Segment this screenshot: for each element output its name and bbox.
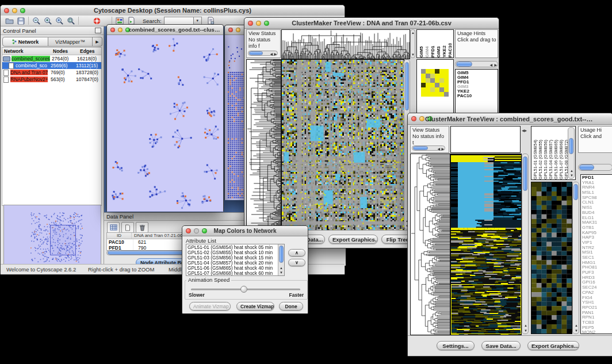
minimize-icon[interactable] [118, 28, 123, 32]
column-label[interactable]: PAC10 [447, 31, 453, 58]
row-dendrogram-canvas[interactable] [246, 59, 281, 231]
column-header[interactable]: Nodes [51, 48, 78, 54]
row-dendrogram-canvas[interactable] [410, 154, 450, 335]
network-table-row[interactable]: combined_sco2569(6)13112(15) [2, 62, 101, 69]
tab-vizmapper[interactable]: VizMapper™ [48, 37, 93, 47]
column-header[interactable]: Network [2, 48, 51, 54]
column-header[interactable]: Edges [78, 48, 101, 54]
tab-network[interactable]: Network [2, 37, 48, 47]
export-graphics-button[interactable]: Export Graphics... [527, 341, 579, 350]
zoom-heatmap-scrollbar[interactable]: ▲▼ [572, 182, 579, 334]
close-icon[interactable] [110, 28, 115, 32]
close-icon[interactable] [4, 8, 9, 13]
close-icon[interactable] [411, 116, 416, 121]
animation-speed-slider[interactable] [191, 289, 300, 290]
open-session-button[interactable] [3, 16, 15, 26]
network-view-canvas[interactable] [107, 35, 223, 212]
attribute-list-item[interactable]: GPL51-07 (GSM868) heat shock 60 min [186, 271, 284, 276]
column-labels-scrollbar[interactable]: ▲▼ [568, 127, 575, 179]
move-up-button[interactable]: ∧ [288, 249, 305, 256]
view-status-panel: View Status No status info f ◀▶ [246, 29, 281, 58]
settings-button[interactable]: Settings... [437, 341, 475, 350]
zoom-out-icon[interactable] [30, 16, 42, 26]
network-name: combined_scores [12, 56, 52, 62]
zoom-matrix[interactable] [421, 69, 449, 97]
zoom-fit-icon[interactable] [65, 16, 76, 26]
animate-vizmap-button[interactable]: Animate Vizmap [189, 302, 231, 311]
gene-label[interactable]: MON2 [581, 330, 612, 334]
row-labels-scrollbar[interactable]: ◀▶ [455, 61, 498, 67]
usage-hints-scrollbar[interactable] [578, 164, 612, 171]
network-table-row[interactable]: RNAPuberNov2+563(0)107847(0) [2, 76, 101, 83]
save-session-button[interactable] [15, 16, 26, 26]
dialog-title-bar[interactable]: Map Colors to Network [182, 226, 308, 236]
frame1-title-bar[interactable]: combined_scores_good.txt--cluste... [107, 25, 223, 35]
tab-overflow-button[interactable]: ▶ [93, 37, 102, 47]
column-label[interactable]: GIM5 [419, 31, 424, 58]
column-label[interactable]: GPL51-02 (GSM855) [538, 128, 543, 179]
network-table-row[interactable]: combined_scores2764(0)16218(0) [2, 55, 101, 62]
slider-thumb[interactable] [240, 286, 247, 293]
column-label[interactable]: GPL51-06 (GSM865) [553, 128, 559, 179]
map-colors-dialog: Map Colors to Network Attribute List GPL… [182, 225, 308, 314]
help-ring-icon[interactable] [91, 16, 102, 26]
column-labels-panel: GPL51-01 (GSM854)GPL51-02 (GSM855)GPL51-… [531, 126, 576, 180]
done-button[interactable]: Done [279, 302, 303, 311]
zoom-in-icon[interactable] [42, 16, 53, 26]
minimize-icon[interactable] [256, 21, 261, 26]
row-label[interactable]: PAC10 [457, 94, 498, 98]
close-icon[interactable] [186, 228, 191, 233]
usage-hints-title: Usage Hints [457, 30, 496, 37]
column-label[interactable]: GPL51-01 (GSM854) [533, 128, 538, 179]
view-status-scrollbar[interactable]: ◀▶ [412, 145, 445, 151]
save-data-button[interactable]: Save Data... [481, 341, 521, 350]
toolbar-separator [78, 17, 79, 25]
heatmap-canvas[interactable] [450, 154, 522, 335]
matrix-cell [426, 69, 430, 74]
column-label[interactable]: PFD1 [430, 31, 435, 58]
desktop: Cytoscape Desktop (Session Name: collins… [0, 0, 612, 364]
network-table-row[interactable]: DNA and Tran 07769(0)183728(0) [2, 69, 101, 76]
close-icon[interactable] [228, 28, 233, 32]
column-label[interactable]: GPL51-07 (GSM868) [559, 128, 564, 179]
zoom-heatmap-canvas[interactable] [531, 182, 572, 334]
gene-labels-panel: PFD1YRA1RNR4MSL1SPC98CLN1NIS1BUD4ELG1MAK… [580, 174, 612, 334]
column-header[interactable]: DNA and Tran 07-21-06... [132, 233, 186, 239]
view-status-title: View Status [412, 127, 447, 133]
column-label[interactable]: GPL51-03 (GSM856) [543, 128, 548, 179]
delete-attribute-icon[interactable] [136, 222, 148, 233]
folder-icon [3, 56, 10, 62]
heatmap-vertical-scrollbar[interactable]: ▲▼ [522, 154, 529, 334]
network-nodes-count: 2764(0) [52, 56, 77, 62]
main-title-bar[interactable]: Cytoscape Desktop (Session Name: collins… [1, 5, 345, 16]
export-graphics-button[interactable]: Export Graphics... [328, 235, 378, 244]
zoom-selected-icon[interactable] [53, 16, 65, 26]
attribute-list-scrollbar[interactable]: ▲▼ [278, 244, 284, 275]
column-dendrogram-area[interactable] [450, 126, 521, 153]
network-overview-canvas[interactable] [3, 205, 101, 266]
dendrogram-scrollbar[interactable]: ▲▼ [410, 29, 415, 58]
column-label[interactable]: GIM4 [424, 31, 430, 58]
heatmap-canvas[interactable] [281, 59, 404, 231]
new-attribute-icon[interactable] [121, 222, 134, 233]
column-header[interactable]: ID [107, 233, 132, 239]
minimize-icon[interactable] [236, 28, 240, 32]
network-edges-count: 13112(15) [76, 63, 101, 68]
minimize-icon[interactable] [419, 116, 424, 121]
column-label[interactable]: YKE2 [442, 31, 447, 58]
corner-arrows[interactable]: ◀▶ [522, 128, 527, 132]
close-icon[interactable] [248, 21, 253, 26]
treeview-combined-title-bar[interactable]: ClusterMaker TreeView : combined_scores_… [408, 113, 612, 125]
column-dendrogram-canvas[interactable] [281, 29, 410, 59]
minimize-icon[interactable] [12, 8, 17, 13]
select-attributes-icon[interactable] [107, 222, 120, 233]
column-label[interactable]: GPL51-04 (GSM857) [548, 128, 553, 179]
create-vizmap-button[interactable]: Create Vizmap [236, 302, 274, 311]
move-down-button[interactable]: ∨ [288, 259, 305, 266]
attribute-list[interactable]: GPL51-01 (GSM854) heat shock 05 minGPL51… [186, 244, 285, 276]
status-hint-zoom: Right-click + drag to ZOOM [88, 266, 154, 273]
float-panel-icon[interactable] [95, 28, 101, 33]
view-status-scrollbar[interactable]: ◀▶ [248, 51, 278, 56]
column-label[interactable]: GIM3 [436, 31, 441, 58]
treeview-dna-title-bar[interactable]: ClusterMaker TreeView : DNA and Tran 07-… [244, 18, 499, 29]
